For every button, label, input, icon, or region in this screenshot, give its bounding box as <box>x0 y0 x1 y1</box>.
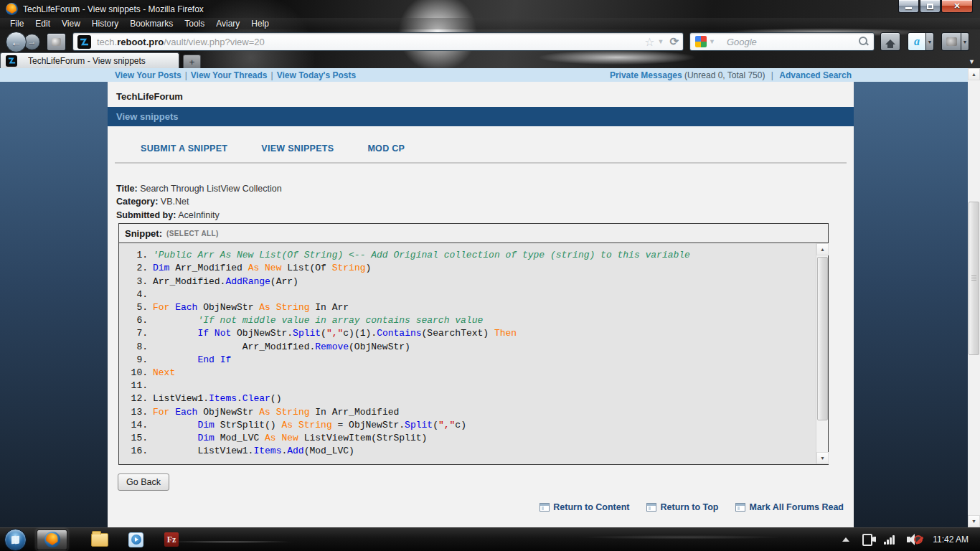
code-line: 3.Arr_Modified.AddRange(Arr) <box>126 276 816 288</box>
select-all-link[interactable]: (SELECT ALL) <box>166 230 219 237</box>
windows-logo-icon <box>11 535 20 545</box>
code-line: 11. <box>126 380 816 392</box>
divider <box>115 162 847 164</box>
menu-file[interactable]: File <box>4 19 29 29</box>
browser-chrome: TechLifeForum - View snippets - Mozilla … <box>0 0 980 68</box>
menu-help[interactable]: Help <box>245 19 275 29</box>
reload-icon[interactable]: ⟳ <box>669 35 679 48</box>
window-title: TechLifeForum - View snippets - Mozilla … <box>23 4 204 14</box>
home-button[interactable] <box>880 32 900 51</box>
hidden-icons-arrow[interactable] <box>842 537 849 542</box>
advanced-search-link[interactable]: Advanced Search <box>779 70 852 80</box>
addon-button[interactable] <box>941 32 961 51</box>
maximize-button[interactable] <box>920 0 941 13</box>
code-viewport[interactable]: 1.'Public Arr As New List(Of String) <--… <box>119 243 816 464</box>
return-to-top-link[interactable]: Return to Top <box>646 502 718 512</box>
code-line: 4. <box>126 288 816 301</box>
minimize-button[interactable] <box>898 0 919 13</box>
search-placeholder: Google <box>727 37 859 47</box>
power-plug-icon[interactable] <box>862 534 872 546</box>
band-link[interactable]: View Your Posts <box>115 70 182 80</box>
browser-scroll-up-icon[interactable]: ▲ <box>968 68 980 80</box>
site-favicon <box>77 35 91 49</box>
aviary-button[interactable]: a <box>908 32 926 51</box>
firefox-taskbar-icon <box>44 532 60 547</box>
page-title: View snippets <box>116 111 178 122</box>
aviary-icon: a <box>914 35 920 48</box>
user-links: View Your Posts|View Your Threads|View T… <box>115 70 356 80</box>
media-player-taskbar-icon[interactable] <box>128 532 143 547</box>
back-button[interactable]: ← <box>6 32 27 52</box>
scroll-up-icon[interactable]: ▲ <box>816 243 829 255</box>
code-line: 5.For Each ObjNewStr As String In Arr <box>126 301 816 314</box>
menu-bookmarks[interactable]: Bookmarks <box>124 19 179 29</box>
search-icon[interactable] <box>859 37 869 47</box>
tab-submit-a-snippet[interactable]: SUBMIT A SNIPPET <box>141 143 227 154</box>
snippet-header: Snippet: (SELECT ALL) <box>119 224 828 243</box>
meta-submitted: Submitted by: AceInfinity <box>116 209 854 222</box>
search-box[interactable]: ▼ Google <box>689 32 875 51</box>
code-line: 2.Dim Arr_Modified As New List(Of String… <box>126 262 816 275</box>
session-manager-button[interactable] <box>47 33 66 51</box>
band-link[interactable]: View Today's Posts <box>277 70 356 80</box>
minimize-icon <box>905 7 912 9</box>
band-link[interactable]: View Your Threads <box>191 70 268 80</box>
menubar: FileEditViewHistoryBookmarksToolsAviaryH… <box>0 18 980 29</box>
volume-muted-icon[interactable] <box>907 533 923 546</box>
meta-category: Category: VB.Net <box>116 195 854 208</box>
mark-all-forums-read-link[interactable]: Mark All Forums Read <box>735 502 844 512</box>
mark-all-forums-read-icon <box>735 503 745 512</box>
back-arrow-icon: ← <box>11 36 22 48</box>
menu-aviary[interactable]: Aviary <box>210 19 245 29</box>
pm-links: Private Messages (Unread 0, Total 750) |… <box>610 70 852 80</box>
go-back-button[interactable]: Go Back <box>118 474 169 491</box>
list-all-tabs-icon[interactable]: ▼ <box>969 58 975 65</box>
network-signal-icon[interactable] <box>884 535 895 545</box>
session-manager-icon <box>52 38 61 46</box>
code-line: 14. Dim StrSplit() As String = ObjNewStr… <box>126 419 816 432</box>
titlebar: TechLifeForum - View snippets - Mozilla … <box>0 0 980 18</box>
start-button[interactable] <box>4 529 27 551</box>
firefox-icon <box>6 3 18 15</box>
breadcrumb[interactable]: TechLifeForum <box>116 91 854 102</box>
tab-strip: TechLifeForum - View snippets + ▼ <box>0 52 980 68</box>
close-icon: ✕ <box>953 1 960 11</box>
maximize-icon <box>927 4 933 9</box>
tab-active[interactable]: TechLifeForum - View snippets <box>0 52 179 68</box>
tab-mod-cp[interactable]: MOD CP <box>367 143 405 154</box>
screen: TechLifeForum - View snippets - Mozilla … <box>0 0 980 551</box>
menu-history[interactable]: History <box>86 19 124 29</box>
tab-view-snippets[interactable]: VIEW SNIPPETS <box>261 143 334 154</box>
return-to-content-icon <box>540 503 550 512</box>
tab-favicon <box>6 55 17 67</box>
browser-scrollbar[interactable]: ▲ ▼ <box>968 68 980 527</box>
url-dropdown-icon[interactable]: ▼ <box>658 38 664 45</box>
browser-scroll-down-icon[interactable]: ▼ <box>968 515 980 527</box>
code-scrollbar[interactable]: ▲ ▼ <box>816 243 828 464</box>
scroll-down-icon[interactable]: ▼ <box>816 452 829 464</box>
url-text: tech.reboot.pro/vault/view.php?view=20 <box>97 37 644 47</box>
return-to-content-link[interactable]: Return to Content <box>540 502 629 512</box>
new-tab-button[interactable]: + <box>183 55 201 68</box>
private-messages-link[interactable]: Private Messages <box>610 70 682 80</box>
page-background: TechLifeForum View snippets SUBMIT A SNI… <box>0 82 968 527</box>
menu-tools[interactable]: Tools <box>179 19 210 29</box>
filezilla-taskbar-icon[interactable]: Fz <box>164 532 179 547</box>
close-button[interactable]: ✕ <box>941 0 973 13</box>
snippet-nav-tabs: SUBMIT A SNIPPETVIEW SNIPPETSMOD CP <box>141 143 854 154</box>
url-bar[interactable]: tech.reboot.pro/vault/view.php?view=20 ☆… <box>72 32 684 51</box>
aviary-dropdown[interactable]: ▼ <box>926 32 934 51</box>
code-scrollbar-thumb[interactable] <box>817 257 828 420</box>
taskbar-firefox-button[interactable] <box>37 529 67 550</box>
addon-dropdown[interactable]: ▼ <box>961 32 969 51</box>
search-engine-dropdown-icon[interactable]: ▼ <box>709 38 715 45</box>
code-line: 12.ListView1.Items.Clear() <box>126 392 816 405</box>
bookmark-star-icon[interactable]: ☆ <box>644 35 654 49</box>
snippet-label: Snippet: <box>125 228 162 239</box>
browser-scrollbar-thumb[interactable] <box>969 202 979 355</box>
pm-detail: (Unread 0, Total 750) <box>684 70 768 80</box>
menu-edit[interactable]: Edit <box>29 19 56 29</box>
taskbar: Fz 11:42 AM <box>0 527 980 551</box>
menu-view[interactable]: View <box>56 19 86 29</box>
explorer-taskbar-icon[interactable] <box>91 533 108 547</box>
